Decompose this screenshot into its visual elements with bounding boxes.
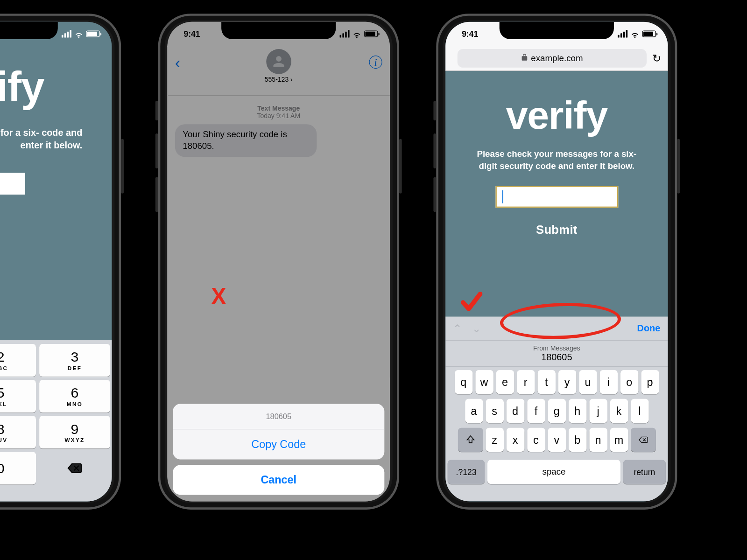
key-c[interactable]: c — [527, 428, 545, 452]
key-t[interactable]: t — [537, 370, 556, 394]
return-key[interactable]: return — [623, 460, 666, 484]
key-8[interactable]: 8TUV — [0, 416, 36, 448]
key-h[interactable]: h — [568, 399, 586, 423]
key-a[interactable]: a — [465, 399, 483, 423]
switch-key[interactable]: .?123 — [448, 460, 485, 484]
key-e[interactable]: e — [496, 370, 514, 394]
page-title: verify — [458, 93, 655, 138]
cancel-button[interactable]: Cancel — [173, 465, 384, 495]
key-w[interactable]: w — [475, 370, 493, 394]
notch — [221, 22, 336, 39]
key-d[interactable]: d — [506, 399, 524, 423]
key-v[interactable]: v — [548, 428, 566, 452]
page-title: erify — [0, 62, 99, 112]
key-k[interactable]: k — [610, 399, 628, 423]
key-i[interactable]: i — [599, 370, 618, 394]
url-text: example.com — [531, 53, 583, 63]
done-button[interactable]: Done — [637, 323, 661, 334]
key-g[interactable]: g — [548, 399, 566, 423]
wifi-icon — [630, 30, 640, 37]
key-s[interactable]: s — [486, 399, 504, 423]
page-subtitle: our messages for a six- code and enter i… — [0, 127, 99, 152]
next-field-icon[interactable]: ⌄ — [472, 322, 481, 335]
key-z[interactable]: z — [486, 428, 504, 452]
code-input[interactable] — [495, 186, 618, 208]
copy-code-button[interactable]: Copy Code — [173, 429, 384, 459]
key-f[interactable]: f — [527, 399, 545, 423]
key-y[interactable]: y — [558, 370, 576, 394]
battery-icon — [86, 30, 100, 37]
prev-field-icon[interactable]: ⌃ — [453, 322, 462, 335]
url-field[interactable]: example.com — [458, 49, 647, 68]
backspace-key[interactable] — [631, 428, 656, 452]
key-n[interactable]: n — [589, 428, 607, 452]
key-9[interactable]: 9WXYZ — [39, 416, 110, 448]
key-backspace[interactable] — [39, 452, 110, 484]
key-0[interactable]: 0 — [0, 452, 36, 484]
key-j[interactable]: j — [589, 399, 607, 423]
phone-right: 9:41 example.com ↻ verify Please check y… — [436, 14, 677, 510]
key-6[interactable]: 6MNO — [39, 380, 110, 413]
code-input[interactable] — [0, 173, 25, 195]
action-sheet: 180605 Copy Code Cancel — [173, 404, 384, 495]
key-m[interactable]: m — [610, 428, 628, 452]
safari-toolbar: example.com ↻ — [445, 46, 668, 71]
numeric-keypad: 1 2ABC 3DEF 4GHI 5JKL 6MNO 7PQRS 8TUV 9W… — [0, 340, 112, 502]
status-time: 9:41 — [184, 29, 200, 38]
key-2[interactable]: 2ABC — [0, 344, 36, 377]
suggestion-label: From Messages — [533, 344, 580, 351]
key-5[interactable]: 5JKL — [0, 380, 36, 413]
key-o[interactable]: o — [620, 370, 638, 394]
phone-middle: 9:41 ‹ 555-123 › i Text Message Today 9:… — [158, 14, 399, 510]
shift-key[interactable] — [458, 428, 483, 452]
signal-icon — [618, 30, 627, 37]
annotation-x-icon: X — [211, 283, 226, 309]
notch — [500, 22, 614, 39]
key-p[interactable]: p — [641, 370, 659, 394]
signal-icon — [62, 30, 71, 37]
phone-left: 9:41 erify our messages for a six- code … — [0, 14, 121, 510]
battery-icon — [642, 30, 656, 37]
submit-button[interactable]: Submit — [0, 227, 99, 241]
reload-icon[interactable]: ↻ — [652, 51, 662, 64]
submit-button[interactable]: Submit — [458, 223, 655, 237]
key-r[interactable]: r — [516, 370, 535, 394]
suggestion-code: 180605 — [533, 352, 580, 363]
key-b[interactable]: b — [568, 428, 586, 452]
key-q[interactable]: q — [454, 370, 472, 394]
space-key[interactable]: space — [487, 460, 620, 484]
page-subtitle: Please check your messages for a six-dig… — [469, 148, 644, 172]
signal-icon — [340, 30, 350, 37]
battery-icon — [364, 30, 378, 37]
annotation-check-icon — [459, 290, 482, 315]
key-x[interactable]: x — [506, 428, 524, 452]
wifi-icon — [74, 30, 84, 37]
keyboard-suggestion[interactable]: From Messages 180605 — [445, 341, 668, 367]
keyboard: ⌃ ⌄ Done From Messages 180605 qwertyuiop… — [445, 316, 668, 501]
lock-icon — [521, 53, 528, 63]
wifi-icon — [352, 30, 361, 37]
notch — [0, 22, 58, 39]
key-l[interactable]: l — [631, 399, 649, 423]
sheet-title: 180605 — [173, 404, 384, 429]
key-3[interactable]: 3DEF — [39, 344, 110, 377]
key-u[interactable]: u — [579, 370, 597, 394]
status-time: 9:41 — [462, 29, 478, 38]
